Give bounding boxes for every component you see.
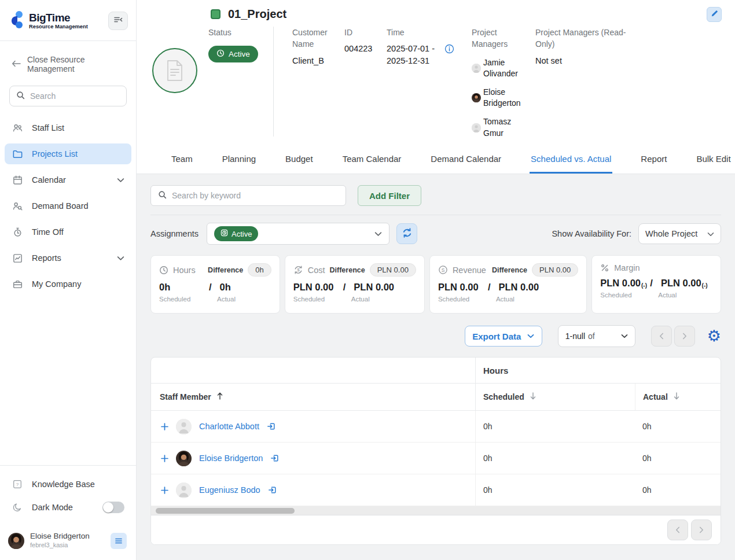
expand-row-button[interactable] xyxy=(161,487,168,494)
user-profile-row[interactable]: Eloise Bridgerton febrel3_kasia xyxy=(0,519,136,560)
tab-team-calendar[interactable]: Team Calendar xyxy=(341,147,403,174)
brand-name: BigTime xyxy=(29,12,88,23)
staff-name-link[interactable]: Eloise Bridgerton xyxy=(199,454,263,463)
assignments-value: Active xyxy=(231,230,252,238)
keyword-search-input[interactable] xyxy=(172,191,339,200)
keyword-search[interactable] xyxy=(150,185,346,206)
sidebar-item-my-company[interactable]: My Company xyxy=(5,274,131,294)
pm-readonly-label: Project Managers (Read-Only) xyxy=(535,27,634,50)
column-label: Actual xyxy=(643,392,668,401)
difference-label: Difference xyxy=(330,266,365,274)
user-handle: febrel3_kasia xyxy=(30,541,90,550)
sidebar-item-reports[interactable]: Reports xyxy=(5,248,131,268)
percent-icon xyxy=(600,263,609,272)
collapse-sidebar-icon xyxy=(113,14,123,27)
export-data-button[interactable]: Export Data xyxy=(465,326,542,347)
briefcase-icon xyxy=(12,278,23,290)
timer-icon xyxy=(220,229,228,238)
sidebar-collapse-button[interactable] xyxy=(108,12,128,30)
tab-scheduled-vs-actual[interactable]: Scheduled vs. Actual xyxy=(530,147,612,174)
sidebar-item-time-off[interactable]: Time Off xyxy=(5,222,131,242)
customer-label: Customer Name xyxy=(292,27,341,50)
next-page-button[interactable] xyxy=(691,520,712,540)
actual-cell: 0h xyxy=(635,411,721,442)
sidebar-item-calendar[interactable]: Calendar xyxy=(5,170,131,190)
tab-report[interactable]: Report xyxy=(640,147,668,174)
tab-bulk-edit[interactable]: Bulk Edit xyxy=(695,147,732,174)
app-root: BigTime Resource Management Close Resour… xyxy=(0,0,735,560)
manager-avatar xyxy=(472,93,481,102)
staff-name-link[interactable]: Charlotte Abbott xyxy=(199,422,259,431)
status-value: Active xyxy=(229,50,250,58)
value-separator: / xyxy=(488,282,491,293)
user-menu-button[interactable] xyxy=(111,533,127,549)
sidebar-item-staff-list[interactable]: Staff List xyxy=(5,117,131,138)
clock-icon xyxy=(159,266,168,275)
page-size-select[interactable]: 1-null of xyxy=(558,325,635,347)
demand-board-icon xyxy=(12,200,23,212)
tab-demand-calendar[interactable]: Demand Calendar xyxy=(429,147,502,174)
horizontal-scrollbar[interactable] xyxy=(151,506,721,515)
column-header-staff-member[interactable]: Staff Member xyxy=(151,384,475,410)
page-range: 1-null xyxy=(565,331,585,341)
edit-project-button[interactable] xyxy=(707,7,722,22)
bigtime-logo-icon xyxy=(9,10,24,31)
assignments-select[interactable]: Active xyxy=(207,223,389,245)
actual-value: PLN 0.00 xyxy=(661,278,701,288)
expand-row-button[interactable] xyxy=(161,455,168,462)
actual-label: Actual xyxy=(351,296,370,303)
scheduled-value: 0h xyxy=(159,282,209,293)
svg-text:S: S xyxy=(442,267,445,273)
manager-item[interactable]: Tomasz Gmur xyxy=(472,116,531,139)
time-label: Time xyxy=(387,27,450,38)
tab-team[interactable]: Team xyxy=(170,147,194,174)
refresh-button[interactable] xyxy=(396,223,417,244)
gear-icon: ⚙ xyxy=(707,327,721,345)
time-value-end: 2025-12-31 xyxy=(387,55,450,67)
sidebar-search-input[interactable] xyxy=(30,91,120,101)
next-page-button[interactable] xyxy=(674,326,695,347)
scheduled-vs-actual-table: Hours Staff Member Scheduled xyxy=(150,357,721,545)
open-staff-icon[interactable] xyxy=(270,454,280,463)
open-staff-icon[interactable] xyxy=(268,485,277,495)
project-avatar xyxy=(152,48,197,93)
column-header-actual[interactable]: Actual xyxy=(635,384,721,410)
actual-value: PLN 0.00 xyxy=(354,282,394,293)
previous-page-button[interactable] xyxy=(651,326,672,347)
status-badge: Active xyxy=(208,46,258,62)
sidebar-item-demand-board[interactable]: Demand Board xyxy=(5,196,131,216)
revenue-stat-card: S Revenue Difference PLN 0.00 PLN 0.00 /… xyxy=(429,255,587,314)
sidebar-search[interactable] xyxy=(9,86,127,106)
sidebar-nav: Staff List Projects List Calendar xyxy=(0,117,136,294)
table-settings-button[interactable]: ⚙ xyxy=(707,329,721,344)
close-resource-management[interactable]: Close Resource Management xyxy=(0,41,136,73)
column-header-scheduled[interactable]: Scheduled xyxy=(475,384,635,410)
dark-mode-toggle[interactable] xyxy=(102,502,124,513)
time-info-button[interactable] xyxy=(444,44,454,54)
sidebar-item-projects-list[interactable]: Projects List xyxy=(5,143,131,164)
availability-select[interactable]: Whole Project xyxy=(638,223,721,244)
customer-value: Client_B xyxy=(292,55,341,67)
add-filter-button[interactable]: Add Filter xyxy=(358,185,421,206)
manager-item[interactable]: Jamie Olivander xyxy=(472,57,531,80)
manager-avatar xyxy=(472,64,481,73)
tab-planning[interactable]: Planning xyxy=(221,147,257,174)
folder-icon xyxy=(12,148,23,160)
knowledge-base-link[interactable]: ? Knowledge Base xyxy=(0,473,136,496)
sidebar-item-label: My Company xyxy=(32,279,81,289)
expand-row-button[interactable] xyxy=(161,423,168,430)
clock-icon xyxy=(216,49,225,59)
sort-ascending-icon xyxy=(216,392,223,402)
value-separator: / xyxy=(343,282,346,293)
chevron-down-icon xyxy=(707,229,714,238)
open-staff-icon[interactable] xyxy=(267,422,276,431)
sort-descending-icon xyxy=(530,392,536,402)
sidebar-footer: ? Knowledge Base Dark Mode Eloise Bridge… xyxy=(0,465,136,560)
scrollbar-thumb[interactable] xyxy=(156,508,295,514)
manager-item[interactable]: Eloise Bridgerton xyxy=(472,87,531,109)
sidebar-item-label: Staff List xyxy=(32,123,64,132)
tab-budget[interactable]: Budget xyxy=(284,147,314,174)
staff-name-link[interactable]: Eugeniusz Bodo xyxy=(199,485,260,495)
id-label: ID xyxy=(344,27,372,38)
previous-page-button[interactable] xyxy=(667,520,688,540)
